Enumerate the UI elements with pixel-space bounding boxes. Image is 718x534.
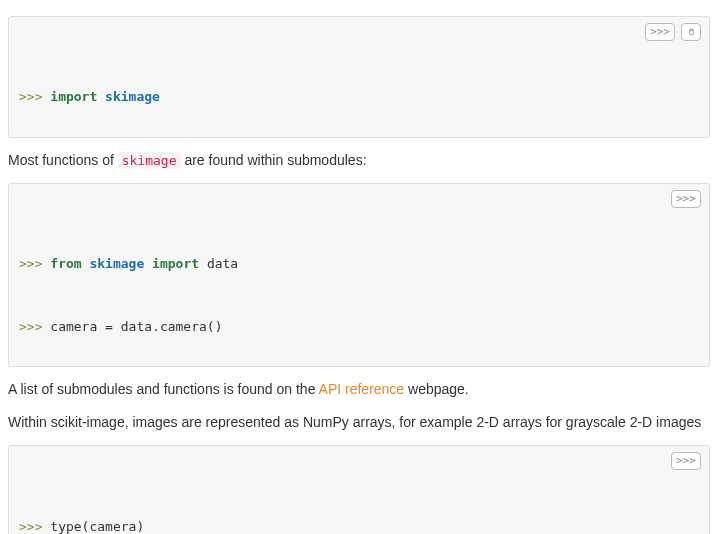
code-line: >>> from skimage import data	[19, 254, 699, 275]
code-actions: >>>	[671, 452, 701, 470]
keyword: import	[50, 89, 97, 104]
prompt: >>>	[19, 256, 42, 271]
code-line: >>> type(camera)	[19, 517, 699, 534]
api-reference-link[interactable]: API reference	[319, 381, 405, 397]
text: A list of submodules and functions is fo…	[8, 381, 319, 397]
keyword: import	[152, 256, 199, 271]
svg-rect-0	[690, 30, 694, 35]
text: are found within submodules:	[181, 152, 367, 168]
module-name: skimage	[105, 89, 160, 104]
keyword: from	[50, 256, 81, 271]
toggle-prompt-button[interactable]: >>>	[645, 23, 675, 41]
code-actions: >>>	[671, 190, 701, 208]
inline-code: skimage	[118, 152, 181, 169]
prompt: >>>	[19, 519, 42, 534]
code-block-2: >>> >>> from skimage import data >>> cam…	[8, 183, 710, 367]
code-block-3: >>> >>> type(camera) <type 'numpy.ndarra…	[8, 445, 710, 534]
text: webpage.	[404, 381, 469, 397]
copy-button[interactable]	[681, 23, 701, 41]
clipboard-icon	[688, 25, 694, 39]
code-text: camera = data.camera()	[50, 319, 222, 334]
paragraph-1: Most functions of skimage are found with…	[8, 150, 710, 171]
paragraph-2: A list of submodules and functions is fo…	[8, 379, 710, 400]
code-line: >>> camera = data.camera()	[19, 317, 699, 338]
code-text: data	[207, 256, 238, 271]
code-line: >>> import skimage	[19, 87, 699, 108]
prompt: >>>	[19, 319, 42, 334]
code-block-1: >>> >>> import skimage	[8, 16, 710, 138]
text: Most functions of	[8, 152, 118, 168]
prompt: >>>	[19, 89, 42, 104]
code-actions: >>>	[645, 23, 701, 41]
code-text: type(camera)	[50, 519, 144, 534]
toggle-prompt-button[interactable]: >>>	[671, 190, 701, 208]
toggle-prompt-button[interactable]: >>>	[671, 452, 701, 470]
paragraph-3: Within scikit-image, images are represen…	[8, 412, 710, 433]
module-name: skimage	[89, 256, 144, 271]
